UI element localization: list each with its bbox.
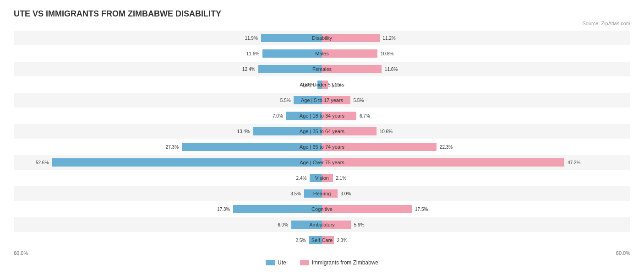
- ute-label: Ute: [278, 259, 286, 266]
- table-row: Males11.6%10.8%: [14, 46, 630, 61]
- legend: Ute Immigrants from Zimbabwe: [14, 259, 630, 266]
- bar-left: [262, 49, 322, 58]
- table-row: Ambulatory6.0%5.6%: [14, 217, 630, 232]
- chart-wrapper: Disability11.9%11.2%Males11.6%10.8%Femal…: [14, 31, 630, 266]
- row-label: Disability: [312, 35, 332, 41]
- table-row: Disability11.9%11.2%: [14, 31, 630, 45]
- table-row: Age | 5 to 17 years5.5%5.5%: [14, 93, 630, 108]
- row-label: Hearing: [313, 191, 331, 196]
- bar-right: [322, 49, 377, 58]
- row-label: Self-Care: [311, 237, 333, 243]
- axis-row: 60.0% 60.0%: [14, 250, 630, 256]
- zimbabwe-color-swatch: [300, 260, 309, 265]
- bar-left: [52, 158, 322, 167]
- val-right: 5.6%: [354, 222, 365, 227]
- val-right: 11.6%: [385, 67, 398, 72]
- val-right: 5.5%: [353, 98, 364, 103]
- bar-right: [322, 205, 412, 213]
- val-left: 11.6%: [246, 51, 259, 56]
- rows-wrapper: Disability11.9%11.2%Males11.6%10.8%Femal…: [14, 31, 630, 248]
- row-label: Females: [312, 66, 332, 72]
- row-label: Age | 65 to 74 years: [300, 144, 344, 150]
- table-row: Cognitive17.3%17.5%: [14, 202, 630, 216]
- row-label: Males: [315, 51, 328, 56]
- val-left: 13.4%: [237, 129, 250, 134]
- val-left: 2.4%: [296, 176, 307, 181]
- axis-right: 60.0%: [616, 250, 630, 256]
- val-right: 11.2%: [382, 36, 395, 41]
- val-right: 47.2%: [568, 160, 580, 165]
- row-label: Age | 18 to 34 years: [300, 113, 344, 118]
- source-text: Source: ZipAtlas.com: [14, 21, 630, 26]
- val-left: 27.3%: [166, 145, 179, 150]
- val-right: 2.3%: [337, 238, 348, 243]
- val-right: 10.8%: [381, 51, 393, 56]
- val-right: 3.0%: [340, 191, 351, 196]
- val-left: 52.6%: [36, 160, 49, 165]
- val-right: 22.3%: [440, 145, 453, 150]
- bar-right: [322, 158, 564, 167]
- table-row: Age | Under 5 years0.86%1.2%: [14, 77, 630, 92]
- bar-left: [233, 205, 322, 213]
- row-label: Age | 35 to 64 years: [300, 129, 344, 134]
- table-row: Age | 35 to 64 years13.4%10.6%: [14, 124, 630, 139]
- val-left: 11.9%: [245, 36, 257, 41]
- val-right: 6.7%: [360, 113, 370, 118]
- row-label: Age | Under 5 years: [300, 82, 344, 87]
- val-right: 10.6%: [380, 129, 393, 134]
- table-row: Hearing3.5%3.0%: [14, 186, 630, 201]
- row-label: Vision: [315, 175, 329, 181]
- table-row: Age | Over 75 years52.6%47.2%: [14, 155, 630, 170]
- axis-left: 60.0%: [14, 250, 28, 256]
- row-label: Age | Over 75 years: [300, 160, 344, 165]
- table-row: Age | 65 to 74 years27.3%22.3%: [14, 140, 630, 154]
- val-right: 2.1%: [336, 176, 346, 181]
- val-left: 17.3%: [217, 207, 230, 212]
- val-left: 2.5%: [295, 238, 306, 243]
- val-right: 17.5%: [415, 207, 428, 212]
- legend-zimbabwe: Immigrants from Zimbabwe: [300, 259, 378, 266]
- table-row: Females12.4%11.6%: [14, 62, 630, 76]
- table-row: Self-Care2.5%2.3%: [14, 233, 630, 248]
- page-title: UTE VS IMMIGRANTS FROM ZIMBABWE DISABILI…: [14, 9, 630, 19]
- table-row: Vision2.4%2.1%: [14, 171, 630, 185]
- legend-ute: Ute: [266, 259, 286, 266]
- row-label: Age | 5 to 17 years: [301, 97, 343, 103]
- row-label: Ambulatory: [309, 222, 335, 227]
- row-label: Cognitive: [311, 206, 333, 212]
- table-row: Age | 18 to 34 years7.0%6.7%: [14, 108, 630, 123]
- val-left: 5.5%: [280, 98, 291, 103]
- val-left: 7.0%: [273, 113, 283, 118]
- val-left: 12.4%: [242, 67, 255, 72]
- val-left: 6.0%: [278, 222, 288, 227]
- zimbabwe-label: Immigrants from Zimbabwe: [312, 259, 378, 266]
- val-left: 3.5%: [290, 191, 301, 196]
- ute-color-swatch: [266, 260, 275, 265]
